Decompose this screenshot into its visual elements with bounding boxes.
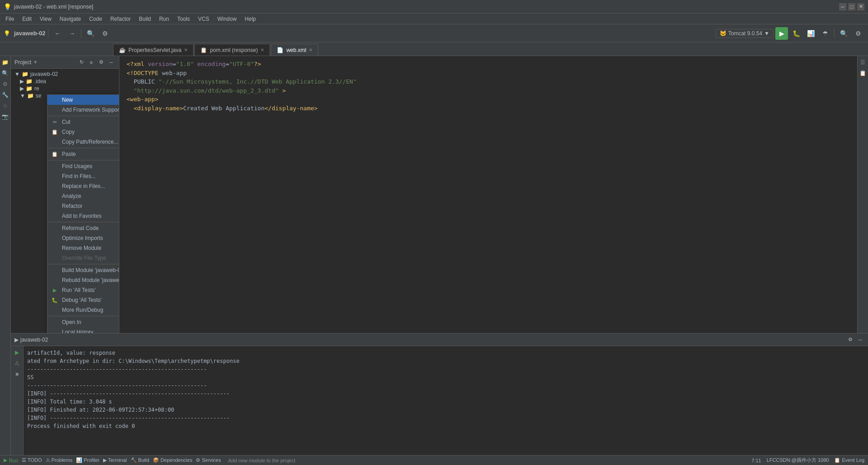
ctx-replace-files[interactable]: Replace in Files... Ctrl+Shift+R [47,181,119,191]
tree-item-re[interactable]: ▶ 📁 re [13,85,117,92]
right-icon-1[interactable]: ☰ [859,58,868,67]
status-event-log[interactable]: 📋 Event Log [834,457,864,463]
menu-view[interactable]: View [36,15,55,23]
ctx-add-favorites-label: Add to Favorites [62,213,101,219]
run-button[interactable]: ▶ [775,27,788,40]
settings-button[interactable]: ⚙ [99,27,111,40]
menu-edit[interactable]: Edit [19,15,35,23]
menu-help[interactable]: Help [241,15,259,23]
menu-navigate[interactable]: Navigate [56,15,85,23]
ctx-analyze[interactable]: Analyze ▶ [47,191,119,201]
status-build[interactable]: 🔨 Build [131,457,150,463]
project-minimize-btn[interactable]: ─ [107,58,115,66]
coverage-button[interactable]: ☂ [819,27,831,40]
ctx-build-module-icon [51,267,58,274]
menu-file[interactable]: File [2,15,18,23]
log-line-1: artifactId, value: response [27,349,864,357]
tree-item-idea[interactable]: ▶ 📁 .idea [13,78,117,85]
status-position[interactable]: 7:11 [751,458,761,463]
right-icon-2[interactable]: 📋 [859,69,868,78]
profile-button[interactable]: 📊 [804,27,817,40]
project-panel: Project ▼ ↻ ≡ ⚙ ─ ▼ 📁 javaweb-02 ▶ [11,56,119,333]
tab-web-xml[interactable]: 📄 web.xml ✕ [271,44,318,56]
ctx-refactor[interactable]: Refactor ▶ [47,201,119,211]
tabs-bar: ☕ PropertiesServlet.java ✕ 📋 pom.xml (re… [0,42,868,56]
project-sort-btn[interactable]: ≡ [87,58,95,66]
ctx-local-history[interactable]: Local History ▶ [47,327,119,333]
status-run-button[interactable]: ▶ Run [4,457,18,463]
project-sync-btn[interactable]: ↻ [77,58,85,66]
tab-pom-xml[interactable]: 📋 pom.xml (response) ✕ [194,44,270,56]
bottom-content[interactable]: artifactId, value: response ated from Ar… [24,346,868,455]
tree-item-root[interactable]: ▼ 📁 javaweb-02 [13,70,117,78]
run-play-icon[interactable]: ▶ [13,348,22,357]
ctx-find-files[interactable]: Find in Files... Ctrl+Shift+F [47,171,119,181]
sidebar-icon-6[interactable]: 📷 [1,112,10,121]
tab-close-3[interactable]: ✕ [309,47,312,52]
project-dropdown-icon[interactable]: ▼ [33,60,38,65]
menu-run[interactable]: Run [156,15,173,23]
run-stop-icon[interactable]: ■ [13,370,22,379]
menu-code[interactable]: Code [85,15,106,23]
menu-build[interactable]: Build [135,15,155,23]
close-button[interactable]: ✕ [857,3,864,10]
sidebar-icon-5[interactable]: ☆ [1,101,10,110]
maximize-button[interactable]: □ [848,3,855,10]
status-dependencies[interactable]: 📦 Dependencies [153,457,192,463]
ctx-remove-module[interactable]: Remove Module Delete [47,243,119,253]
ctx-optimize[interactable]: Optimize Imports Ctrl+Alt+O [47,233,119,243]
sidebar-icon-1[interactable]: 📁 [1,58,10,67]
run-warning-icon[interactable]: ⚠ [13,359,22,368]
ctx-optimize-label: Optimize Imports [62,235,103,241]
back-button[interactable]: ← [51,27,64,40]
ctx-run-tests[interactable]: ▶ Run 'All Tests' Ctrl+Shift+F10 [47,285,119,295]
sidebar-icon-3[interactable]: ⚙ [1,80,10,89]
debug-button[interactable]: 🐛 [790,27,802,40]
run-config-selector[interactable]: 🐱 Tomcat 9.0.54 ▼ [716,29,774,38]
ctx-copy-path[interactable]: Copy Path/Reference... [47,137,119,147]
ctx-rebuild-module-label: Rebuild Module 'javaweb-02' [62,277,119,283]
status-encoding[interactable]: LFCCSDN:@插件小方 1080 [767,457,829,464]
status-services[interactable]: ⚙ Services [196,457,221,463]
search-everywhere-button[interactable]: 🔍 [837,27,850,40]
project-settings-btn[interactable]: ⚙ [97,58,105,66]
ctx-copy-path-label: Copy Path/Reference... [62,139,118,145]
ctx-paste[interactable]: 📋 Paste Ctrl+V [47,149,119,159]
sidebar-icon-4[interactable]: 🔧 [1,90,10,99]
ctx-open-in[interactable]: Open In ▶ [47,317,119,327]
ctx-rebuild-module[interactable]: Rebuild Module 'javaweb-02' Ctrl+Shift+F… [47,275,119,285]
status-todo[interactable]: ☰ TODO [22,457,42,463]
ctx-more-run-label: More Run/Debug [62,307,103,313]
ctx-reformat[interactable]: Reformat Code Ctrl+Alt+L [47,223,119,233]
minimize-button[interactable]: ─ [839,3,846,10]
ctx-find-usages[interactable]: Find Usages Alt+F7 [47,161,119,171]
root-icon: 📁 [22,71,28,77]
app-icon: 💡 [4,3,11,10]
ctx-build-module[interactable]: Build Module 'javaweb-02' [47,265,119,275]
status-profiler[interactable]: 📊 Profiler [76,457,99,463]
ctx-cut[interactable]: ✂ Cut Ctrl+X [47,117,119,127]
menu-vcs[interactable]: VCS [194,15,213,23]
ctx-copy[interactable]: 📋 Copy Ctrl+C [47,127,119,137]
ctx-more-run[interactable]: More Run/Debug ▶ [47,305,119,315]
tab-close-1[interactable]: ✕ [184,47,188,52]
ctx-debug-tests[interactable]: 🐛 Debug 'All Tests' [47,295,119,305]
ctx-add-favorites[interactable]: Add to Favorites ▶ [47,211,119,221]
editor-area[interactable]: <?xml version="1.0" encoding="UTF-8"?> <… [119,56,857,333]
ctx-new[interactable]: New ▶ [47,95,119,105]
forward-button[interactable]: → [66,27,78,40]
menu-refactor[interactable]: Refactor [107,15,134,23]
ctx-add-framework[interactable]: Add Framework Support... [47,105,119,115]
menu-tools[interactable]: Tools [174,15,193,23]
settings2-button[interactable]: ⚙ [852,27,864,40]
search-button[interactable]: 🔍 [84,27,97,40]
status-problems[interactable]: ⚠ Problems [46,457,73,463]
tab-label-2: pom.xml (response) [210,47,258,53]
run-minimize-btn[interactable]: ─ [856,336,864,344]
run-settings-btn[interactable]: ⚙ [846,336,854,344]
menu-window[interactable]: Window [214,15,241,23]
tab-close-2[interactable]: ✕ [260,47,264,52]
tab-properties-servlet[interactable]: ☕ PropertiesServlet.java ✕ [113,44,193,56]
status-terminal[interactable]: ▶ Terminal [103,457,127,463]
sidebar-icon-2[interactable]: 🔍 [1,69,10,78]
